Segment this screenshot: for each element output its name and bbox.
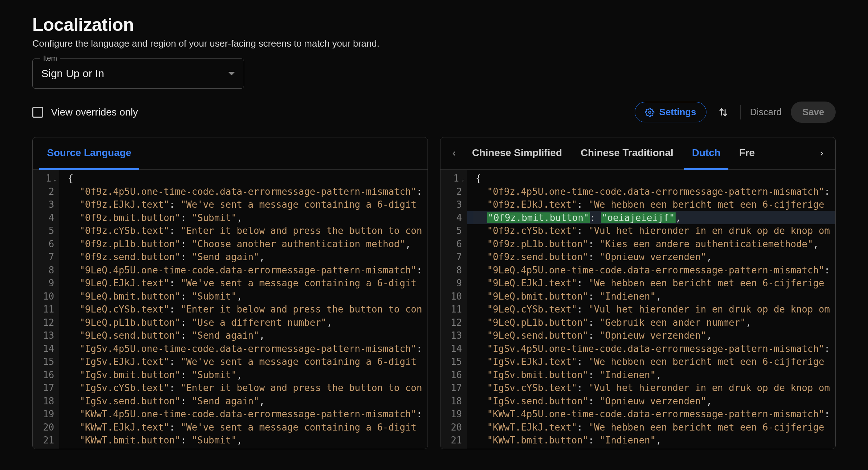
page-title: Localization [32,14,836,35]
item-select[interactable]: Item Sign Up or In [32,58,244,89]
svg-point-0 [648,111,651,113]
swap-vert-icon [718,107,729,118]
save-button[interactable]: Save [791,102,836,123]
item-select-value: Sign Up or In [41,67,104,80]
source-gutter: 1⌄2345678910111213141516171819202122 [33,170,59,449]
tabs-next-button[interactable] [815,146,829,161]
tab-dutch[interactable]: Dutch [684,137,728,170]
discard-button[interactable]: Discard [750,107,781,118]
divider [740,105,741,119]
source-code[interactable]: {"0f9z.4p5U.one-time-code.data-errormess… [59,170,428,449]
chevron-down-icon [228,72,235,75]
target-editor-panel: Chinese SimplifiedChinese TraditionalDut… [440,137,836,449]
source-editor-panel: Source Language 1⌄2345678910111213141516… [32,137,428,449]
tab-source-language[interactable]: Source Language [39,137,139,170]
target-code[interactable]: {"0f9z.4p5U.one-time-code.data-errormess… [467,170,835,449]
tab-chinese-simplified[interactable]: Chinese Simplified [464,137,570,170]
gear-icon [645,108,654,117]
chevron-right-icon [818,150,825,157]
item-select-label: Item [40,54,60,62]
target-gutter: 1⌄2345678910111213141516171819202122 [440,170,467,449]
overrides-checkbox[interactable] [32,107,43,118]
settings-button[interactable]: Settings [635,102,707,122]
chevron-left-icon [451,150,458,157]
tab-chinese-traditional[interactable]: Chinese Traditional [573,137,681,170]
overrides-label: View overrides only [51,107,138,118]
tab-fre[interactable]: Fre [731,137,763,170]
page-subtitle: Configure the language and region of you… [32,38,836,49]
swap-button[interactable] [716,105,731,120]
tabs-prev-button[interactable] [447,146,461,161]
settings-button-label: Settings [659,107,696,118]
